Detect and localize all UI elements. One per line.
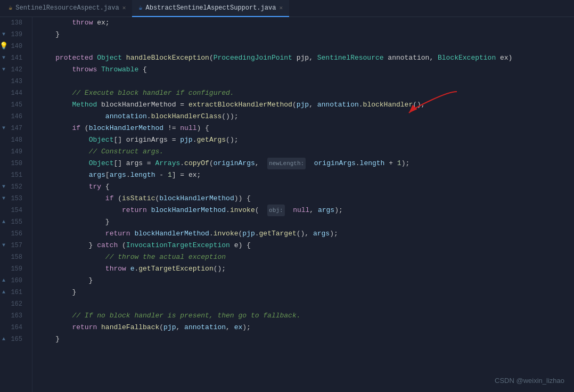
breakpoint-area-140[interactable]: 💡 xyxy=(0,40,7,52)
code-line-156: return blockHandlerMethod.invoke(pjp.get… xyxy=(39,228,574,240)
gutter-139: ▼ 139 xyxy=(0,29,27,40)
gutter-157: ▼ 157 xyxy=(0,240,27,251)
fold-icon-147[interactable]: ▼ xyxy=(2,123,5,134)
code-line-158: // throw the actual exception xyxy=(39,251,574,263)
code-line-146: annotation.blockHandlerClass()); xyxy=(39,111,574,123)
code-line-142: throws Throwable { xyxy=(39,64,574,76)
fold-icon-165[interactable]: ▲ xyxy=(2,333,5,345)
code-line-164: return handleFallback(pjp, annotation, e… xyxy=(39,322,574,333)
breakpoint-area-153[interactable]: ▼ xyxy=(0,193,7,205)
code-content[interactable]: throw ex; } protected Object handleBlock… xyxy=(32,17,574,392)
code-line-143 xyxy=(39,76,574,87)
tab-label-active: AbstractSentinelAspectSupport.java xyxy=(146,4,276,12)
breakpoint-area-150[interactable] xyxy=(0,158,7,169)
gutter-140: 💡 140 xyxy=(0,40,27,52)
code-line-151: args[args.length - 1] = ex; xyxy=(39,169,574,181)
gutter-149: 149 xyxy=(0,146,27,158)
close-icon-active[interactable]: ✕ xyxy=(279,4,283,11)
code-line-163: // If no block handler is present, then … xyxy=(39,310,574,322)
gutter-143: 143 xyxy=(0,76,27,87)
close-icon[interactable]: ✕ xyxy=(122,4,126,11)
gutter-147: ▼ 147 xyxy=(0,123,27,134)
code-line-145: Method blockHandlerMethod = extractBlock… xyxy=(39,99,574,111)
code-line-162 xyxy=(39,298,574,310)
gutter-159: 159 xyxy=(0,263,27,275)
breakpoint-area-146[interactable] xyxy=(0,111,7,123)
fold-icon-152[interactable]: ▼ xyxy=(2,181,5,193)
code-line-141: protected Object handleBlockException(Pr… xyxy=(39,52,574,64)
code-line-165: } xyxy=(39,333,574,345)
breakpoint-area-139[interactable]: ▼ xyxy=(0,29,7,40)
code-line-144: // Execute block handler if configured. xyxy=(39,87,574,99)
gutter-160: ▲ 160 xyxy=(0,275,27,287)
breakpoint-area-143[interactable] xyxy=(0,76,7,87)
fold-icon-160[interactable]: ▲ xyxy=(2,275,5,287)
gutter-146: 146 xyxy=(0,111,27,123)
gutter-151: 151 xyxy=(0,169,27,181)
breakpoint-area-148[interactable] xyxy=(0,134,7,146)
breakpoint-area-147[interactable]: ▼ xyxy=(0,123,7,134)
gutter-161: ▲ 161 xyxy=(0,287,27,298)
gutter-150: 150 xyxy=(0,158,27,169)
breakpoint-area-142[interactable]: ▼ xyxy=(0,64,7,76)
fold-icon-161[interactable]: ▲ xyxy=(2,287,5,298)
java-file-icon-active: ☕ xyxy=(138,4,142,12)
line-gutter: 138 ▼ 139 💡 140 ▼ 141 ▼ 142 xyxy=(0,17,32,392)
code-line-138: throw ex; xyxy=(39,17,574,29)
breakpoint-area-165[interactable]: ▲ xyxy=(0,333,7,345)
tab-abstract-sentinel[interactable]: ☕ AbstractSentinelAspectSupport.java ✕ xyxy=(132,0,289,17)
code-line-149: // Construct args. xyxy=(39,146,574,158)
gutter-144: 144 xyxy=(0,87,27,99)
code-line-155: } xyxy=(39,216,574,228)
gutter-156: 156 xyxy=(0,228,27,240)
breakpoint-area-159[interactable] xyxy=(0,263,7,275)
gutter-152: ▼ 152 xyxy=(0,181,27,193)
java-file-icon: ☕ xyxy=(9,4,12,12)
bulb-icon-140[interactable]: 💡 xyxy=(0,40,8,52)
breakpoint-area-160[interactable]: ▲ xyxy=(0,275,7,287)
fold-icon-141[interactable]: ▼ xyxy=(2,52,5,64)
fold-icon-157[interactable]: ▼ xyxy=(2,240,5,251)
breakpoint-area-149[interactable] xyxy=(0,146,7,158)
fold-icon-139[interactable]: ▼ xyxy=(2,29,5,40)
code-line-154: return blockHandlerMethod.invoke( obj: n… xyxy=(39,205,574,216)
editor: 138 ▼ 139 💡 140 ▼ 141 ▼ 142 xyxy=(0,17,574,392)
gutter-138: 138 xyxy=(0,17,27,29)
code-line-147: if (blockHandlerMethod != null) { xyxy=(39,123,574,134)
breakpoint-area-145[interactable] xyxy=(0,99,7,111)
breakpoint-area-156[interactable] xyxy=(0,228,7,240)
breakpoint-area-151[interactable] xyxy=(0,169,7,181)
breakpoint-area-152[interactable]: ▼ xyxy=(0,181,7,193)
breakpoint-area-161[interactable]: ▲ xyxy=(0,287,7,298)
breakpoint-area-144[interactable] xyxy=(0,87,7,99)
breakpoint-area-155[interactable]: ▲ xyxy=(0,216,7,228)
gutter-155: ▲ 155 xyxy=(0,216,27,228)
gutter-145: 145 xyxy=(0,99,27,111)
breakpoint-area-138[interactable] xyxy=(0,17,7,29)
breakpoint-area-164[interactable] xyxy=(0,322,7,333)
code-line-152: try { xyxy=(39,181,574,193)
breakpoint-area-157[interactable]: ▼ xyxy=(0,240,7,251)
tab-sentinel-resource[interactable]: ☕ SentinelResourceAspect.java ✕ xyxy=(2,0,132,17)
breakpoint-area-141[interactable]: ▼ xyxy=(0,52,7,64)
gutter-163: 163 xyxy=(0,310,27,322)
breakpoint-area-158[interactable] xyxy=(0,251,7,263)
code-line-160: } xyxy=(39,275,574,287)
breakpoint-area-154[interactable] xyxy=(0,205,7,216)
gutter-158: 158 xyxy=(0,251,27,263)
fold-icon-142[interactable]: ▼ xyxy=(2,64,5,76)
gutter-164: 164 xyxy=(0,322,27,333)
code-line-150: Object[] args = Arrays.copyOf(originArgs… xyxy=(39,158,574,169)
code-line-153: if (isStatic(blockHandlerMethod)) { ——▶ xyxy=(39,193,574,205)
code-line-157: } catch (InvocationTargetException e) { xyxy=(39,240,574,251)
breakpoint-area-163[interactable] xyxy=(0,310,7,322)
breakpoint-area-162[interactable] xyxy=(0,298,7,310)
gutter-162: 162 xyxy=(0,298,27,310)
watermark: CSDN @weixin_lizhao xyxy=(495,377,564,385)
gutter-153: ▼ 153 xyxy=(0,193,27,205)
fold-icon-155[interactable]: ▲ xyxy=(2,216,5,228)
tab-bar: ☕ SentinelResourceAspect.java ✕ ☕ Abstra… xyxy=(0,0,574,17)
code-line-140 xyxy=(39,40,574,52)
gutter-154: 154 xyxy=(0,205,27,216)
fold-icon-153[interactable]: ▼ xyxy=(2,193,5,205)
